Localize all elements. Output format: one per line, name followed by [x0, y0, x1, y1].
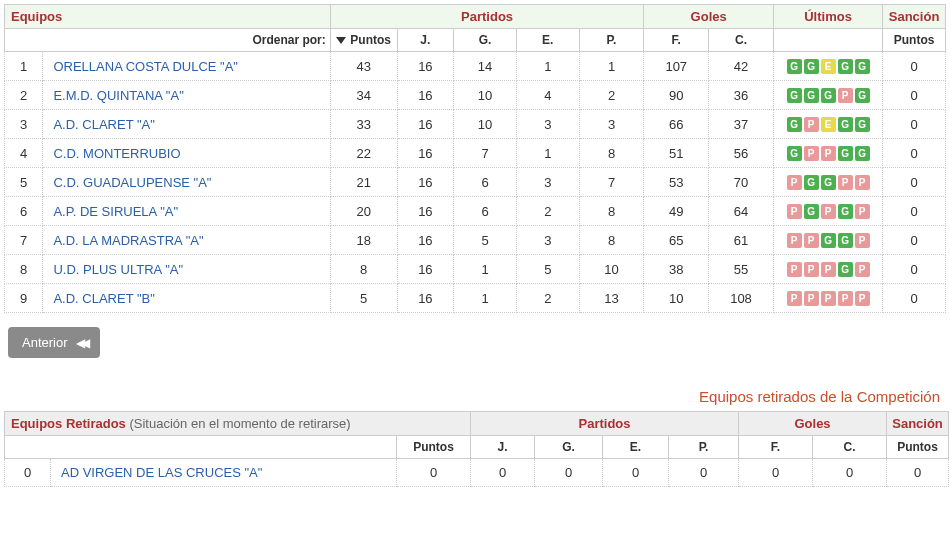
f-cell: 0 — [739, 459, 813, 487]
san-cell: 0 — [883, 81, 946, 110]
retired-hdr-label: Equipos Retirados — [11, 416, 126, 431]
team-link[interactable]: A.D. LA MADRASTRA "A" — [43, 226, 330, 255]
pts-cell: 43 — [330, 52, 397, 81]
pos-cell: 8 — [5, 255, 43, 284]
san-cell: 0 — [883, 197, 946, 226]
j-cell: 16 — [397, 81, 454, 110]
result-badge-P: P — [804, 262, 819, 277]
f-cell: 51 — [644, 139, 709, 168]
result-badge-G: G — [838, 233, 853, 248]
table-row: 7A.D. LA MADRASTRA "A"18165386561PPGGP0 — [5, 226, 946, 255]
pts-cell: 0 — [397, 459, 471, 487]
f-cell: 107 — [644, 52, 709, 81]
c-cell: 56 — [709, 139, 774, 168]
e-cell: 2 — [516, 197, 579, 226]
team-link[interactable]: C.D. GUADALUPENSE "A" — [43, 168, 330, 197]
retired-col-e: E. — [603, 436, 669, 459]
c-cell: 37 — [709, 110, 774, 139]
f-cell: 65 — [644, 226, 709, 255]
team-link[interactable]: C.D. MONTERRUBIO — [43, 139, 330, 168]
g-cell: 5 — [454, 226, 517, 255]
col-f[interactable]: F. — [644, 29, 709, 52]
result-badge-G: G — [838, 146, 853, 161]
result-badge-G: G — [855, 59, 870, 74]
team-link[interactable]: AD VIRGEN DE LAS CRUCES "A" — [51, 459, 397, 487]
p-cell: 8 — [579, 139, 644, 168]
ultimos-cell: PPPGP — [773, 255, 882, 284]
retired-col-p: P. — [669, 436, 739, 459]
p-cell: 10 — [579, 255, 644, 284]
retired-table: Equipos Retirados (Situación en el momen… — [4, 411, 949, 487]
p-cell: 0 — [669, 459, 739, 487]
san-cell: 0 — [883, 226, 946, 255]
result-badge-P: P — [821, 146, 836, 161]
col-p[interactable]: P. — [579, 29, 644, 52]
result-badge-P: P — [787, 291, 802, 306]
hdr-equipos[interactable]: Equipos — [5, 5, 331, 29]
pos-cell: 3 — [5, 110, 43, 139]
j-cell: 16 — [397, 255, 454, 284]
pts-cell: 34 — [330, 81, 397, 110]
result-badge-G: G — [804, 88, 819, 103]
team-link[interactable]: A.P. DE SIRUELA "A" — [43, 197, 330, 226]
table-row: 1ORELLANA COSTA DULCE "A"4316141110742GG… — [5, 52, 946, 81]
c-cell: 42 — [709, 52, 774, 81]
pos-cell: 2 — [5, 81, 43, 110]
result-badge-P: P — [855, 233, 870, 248]
e-cell: 0 — [603, 459, 669, 487]
hdr-ultimos[interactable]: Últimos — [773, 5, 882, 29]
team-link[interactable]: A.D. CLARET "B" — [43, 284, 330, 313]
e-cell: 3 — [516, 168, 579, 197]
result-badge-P: P — [838, 88, 853, 103]
result-badge-G: G — [787, 117, 802, 132]
result-badge-P: P — [838, 291, 853, 306]
result-badge-G: G — [821, 233, 836, 248]
f-cell: 38 — [644, 255, 709, 284]
g-cell: 7 — [454, 139, 517, 168]
sort-arrow-down-icon — [336, 37, 346, 44]
pts-cell: 20 — [330, 197, 397, 226]
result-badge-P: P — [838, 175, 853, 190]
team-link[interactable]: U.D. PLUS ULTRA "A" — [43, 255, 330, 284]
e-cell: 4 — [516, 81, 579, 110]
ultimos-cell: PGGPP — [773, 168, 882, 197]
c-cell: 36 — [709, 81, 774, 110]
sort-value: Puntos — [350, 33, 391, 47]
result-badge-G: G — [838, 204, 853, 219]
result-badge-P: P — [787, 204, 802, 219]
f-cell: 53 — [644, 168, 709, 197]
anterior-label: Anterior — [22, 335, 68, 350]
team-link[interactable]: ORELLANA COSTA DULCE "A" — [43, 52, 330, 81]
c-cell: 70 — [709, 168, 774, 197]
result-badge-P: P — [855, 262, 870, 277]
retired-col-blank — [5, 436, 397, 459]
hdr-partidos[interactable]: Partidos — [330, 5, 644, 29]
pts-cell: 18 — [330, 226, 397, 255]
retired-col-j: J. — [471, 436, 535, 459]
pos-cell: 5 — [5, 168, 43, 197]
result-badge-P: P — [787, 233, 802, 248]
pos-cell: 1 — [5, 52, 43, 81]
f-cell: 90 — [644, 81, 709, 110]
c-cell: 108 — [709, 284, 774, 313]
hdr-sancion[interactable]: Sanción — [883, 5, 946, 29]
retired-hdr-sancion: Sanción — [887, 412, 949, 436]
ultimos-cell: PPGGP — [773, 226, 882, 255]
col-c[interactable]: C. — [709, 29, 774, 52]
result-badge-G: G — [855, 146, 870, 161]
result-badge-P: P — [821, 291, 836, 306]
col-j[interactable]: J. — [397, 29, 454, 52]
team-link[interactable]: A.D. CLARET "A" — [43, 110, 330, 139]
san-cell: 0 — [883, 284, 946, 313]
result-badge-P: P — [855, 204, 870, 219]
hdr-goles[interactable]: Goles — [644, 5, 774, 29]
col-e[interactable]: E. — [516, 29, 579, 52]
sort-puntos[interactable]: Puntos — [330, 29, 397, 52]
pts-cell: 8 — [330, 255, 397, 284]
col-g[interactable]: G. — [454, 29, 517, 52]
retired-col-pts: Puntos — [397, 436, 471, 459]
col-sancion[interactable]: Puntos — [883, 29, 946, 52]
table-row: 3A.D. CLARET "A"331610336637GPEGG0 — [5, 110, 946, 139]
team-link[interactable]: E.M.D. QUINTANA "A" — [43, 81, 330, 110]
anterior-button[interactable]: Anterior ◀◀ — [8, 327, 100, 358]
